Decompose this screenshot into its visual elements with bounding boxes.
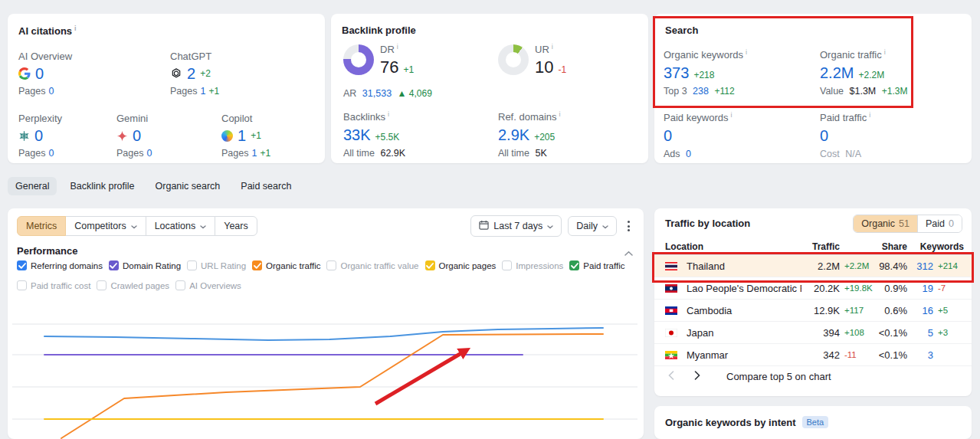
date-range-button[interactable]: Last 7 days [470, 215, 562, 237]
segment-locations[interactable]: Locations [146, 216, 216, 236]
tab-general[interactable]: General [8, 177, 57, 195]
traffic-by-location-panel: Traffic by location Organic51Paid0 Locat… [654, 208, 972, 396]
backlinks-alltime-label: All time [343, 148, 375, 159]
backlinks-value[interactable]: 33K [343, 126, 371, 144]
unchecked-checkbox-icon [175, 280, 185, 290]
table-row-japan[interactable]: Japan394+108<0.1%5+3 [654, 322, 972, 344]
keywords-value[interactable]: 312 [907, 260, 933, 272]
table-row-thailand[interactable]: Thailand2.2M+2.2M98.4%312+214 [654, 255, 972, 277]
tab-organic-search[interactable]: Organic search [148, 177, 228, 195]
backlinks-delta: +5.5K [375, 132, 400, 143]
metric-label: Impressions [516, 261, 563, 270]
tab-paid-search[interactable]: Paid search [233, 177, 299, 195]
engine-value[interactable]: 0 [34, 127, 43, 144]
collapse-chevron-up-icon[interactable] [624, 245, 633, 259]
engine-pages-value[interactable]: 1 [200, 86, 205, 97]
traffic-delta: +19.8K [840, 283, 873, 293]
paid-keywords-label: Paid keywords [664, 111, 733, 123]
paid-keywords-value[interactable]: 0 [664, 126, 672, 145]
ref-domains-value[interactable]: 2.9K [498, 126, 529, 144]
keywords-value[interactable]: 5 [907, 327, 933, 339]
table-row-cambodia[interactable]: Cambodia12.9K+1170.6%16+5 [654, 300, 972, 322]
metric-checkbox-paid-traffic-cost[interactable]: Paid traffic cost [17, 280, 90, 290]
more-options-kebab-icon[interactable] [623, 217, 634, 235]
location-name[interactable]: Japan [683, 327, 801, 339]
chevron-left-icon[interactable] [668, 371, 674, 382]
metric-checkbox-impressions[interactable]: Impressions [502, 260, 563, 270]
keywords-value[interactable]: 16 [907, 305, 933, 316]
chevron-down-icon [547, 221, 553, 231]
engine-value[interactable]: 0 [35, 65, 44, 82]
ref-domains-label: Ref. domains [498, 110, 561, 123]
segment-years[interactable]: Years [215, 216, 257, 236]
location-name[interactable]: Lao People's Democratic Reput [683, 283, 801, 294]
unchecked-checkbox-icon [502, 260, 512, 270]
ads-label: Ads [664, 149, 680, 159]
metric-checkbox-organic-pages[interactable]: Organic pages [425, 260, 497, 270]
engine-value[interactable]: 0 [133, 127, 141, 144]
table-row-lao-people-s-democratic-reput[interactable]: Lao People's Democratic Reput20.2K+19.8K… [654, 277, 972, 300]
engine-pages-value[interactable]: 0 [48, 86, 54, 97]
checked-checkbox-icon [425, 260, 435, 270]
ads-value[interactable]: 0 [686, 149, 691, 159]
granularity-button[interactable]: Daily [568, 216, 617, 236]
organic-keywords-delta: +218 [693, 70, 714, 80]
keywords-value[interactable]: 3 [907, 349, 933, 361]
compare-top5-link[interactable]: Compare top 5 on chart [726, 371, 831, 382]
location-name[interactable]: Cambodia [683, 305, 801, 316]
ai-engine-copilot: Copilot1+1Pages1+1 [221, 113, 274, 159]
chevron-down-icon [131, 221, 137, 231]
toggle-paid[interactable]: Paid0 [917, 215, 962, 232]
segment-competitors[interactable]: Competitors [65, 216, 146, 236]
location-name[interactable]: Myanmar [683, 349, 801, 361]
engine-value[interactable]: 2 [187, 65, 195, 82]
location-table: LocationTrafficShareKeywordsThailand2.2M… [654, 239, 972, 366]
metric-checkbox-organic-traffic-value[interactable]: Organic traffic value [326, 260, 418, 270]
top3-delta: +112 [714, 86, 734, 97]
engine-label: AI Overview [18, 51, 72, 62]
keywords-value[interactable]: 19 [907, 283, 933, 294]
top3-value[interactable]: 238 [693, 86, 709, 97]
location-name[interactable]: Thailand [683, 260, 801, 272]
engine-value[interactable]: 1 [238, 127, 246, 144]
organic-keywords-label: Organic keywords [664, 48, 747, 61]
share-value: <0.1% [873, 349, 907, 361]
backlinks-stat: Backlinks 33K +5.5K All time 62.9K [343, 110, 408, 159]
dr-value: 76 [380, 58, 398, 77]
metric-checkbox-url-rating[interactable]: URL Rating [187, 260, 246, 270]
metric-checkbox-paid-traffic[interactable]: Paid traffic [569, 260, 624, 270]
chevron-down-icon [200, 221, 206, 231]
metric-checkbox-crawled-pages[interactable]: Crawled pages [97, 280, 169, 290]
ur-delta: -1 [558, 64, 566, 75]
metric-label: Paid traffic cost [31, 281, 90, 290]
google-icon [18, 67, 31, 80]
organic-traffic-value[interactable]: 2.2M [820, 64, 854, 82]
backlinks-alltime-value: 62.9K [380, 148, 405, 159]
metric-checkbox-ai-overviews[interactable]: AI Overviews [175, 280, 241, 290]
ai-engine-gemini: Gemini0Pages0 [116, 113, 155, 159]
ur-value: 10 [535, 58, 553, 77]
value-label: Value [820, 86, 844, 97]
metric-checkbox-domain-rating[interactable]: Domain Rating [109, 260, 181, 270]
organic-keywords-stat: Organic keywords 373 +218 Top 3 238 +112 [664, 48, 747, 97]
share-value: 98.4% [873, 260, 907, 272]
organic-keywords-value[interactable]: 373 [664, 64, 689, 82]
chevron-right-icon[interactable] [694, 371, 700, 382]
segment-metrics[interactable]: Metrics [17, 216, 66, 236]
table-row-myanmar[interactable]: Myanmar342-11<0.1%3 [654, 344, 972, 366]
metric-checkbox-referring-domains[interactable]: Referring domains [17, 260, 103, 270]
metric-checkbox-organic-traffic[interactable]: Organic traffic [252, 260, 320, 270]
ar-value[interactable]: 31,533 [362, 88, 392, 99]
engine-pages-label: Pages [170, 86, 197, 97]
series-organic-traffic [61, 334, 603, 438]
keywords-by-intent-title: Organic keywords by intent [665, 417, 796, 428]
engine-pages-value[interactable]: 0 [48, 148, 54, 159]
paid-traffic-value[interactable]: 0 [820, 126, 828, 145]
organic-traffic-label: Organic traffic [820, 48, 910, 61]
metric-label: Crawled pages [110, 281, 169, 290]
top3-label: Top 3 [664, 86, 687, 97]
engine-pages-value[interactable]: 0 [146, 148, 152, 159]
toggle-organic[interactable]: Organic51 [854, 215, 917, 232]
engine-pages-value[interactable]: 1 [251, 148, 257, 159]
tab-backlink-profile[interactable]: Backlink profile [62, 177, 142, 195]
